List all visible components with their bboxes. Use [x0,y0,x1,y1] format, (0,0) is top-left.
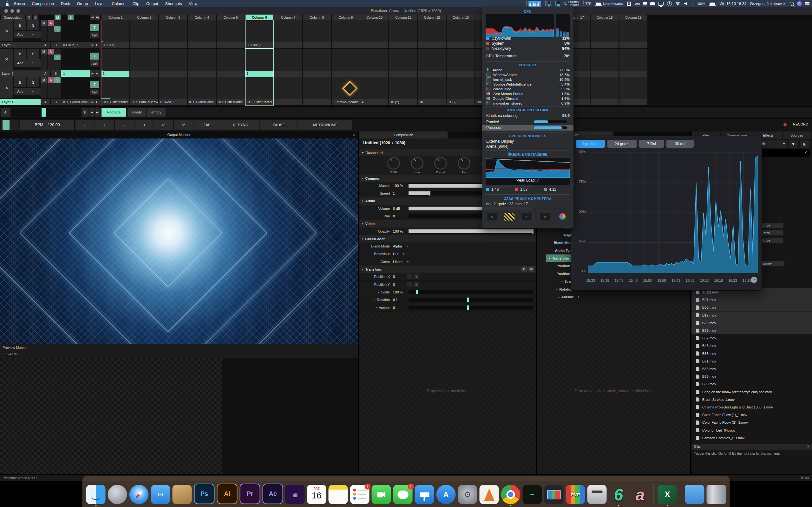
dock-mail-icon[interactable]: ✉ [151,485,170,504]
param-position-x[interactable]: Position X0–+ [359,273,536,281]
bpm-button-pause[interactable]: PAUSE [260,120,298,130]
clip-cell[interactable]: 10 [418,77,446,105]
dock-printer-icon[interactable] [588,485,607,504]
menu-view[interactable]: View [189,2,197,6]
layer-crossfade-b-label[interactable]: B [51,99,61,105]
layer-trigger-button[interactable]: T [90,53,99,60]
clip-cell[interactable]: 03 Blue_1 [246,20,273,48]
layer-clear-button[interactable]: ✕ [0,20,13,41]
param-slider[interactable] [409,298,533,302]
clip-name-label[interactable]: 03 Blue_1 [101,42,130,48]
deck-solo-button[interactable]: S [67,14,73,20]
layer-active-clip-label[interactable]: 011_GlitterParticl... [61,99,91,105]
dashboard-knob-hue[interactable]: Hue [410,157,424,175]
layer-blendmode-dropdown[interactable]: Add▾ [14,31,43,38]
composition-drop-zone[interactable] [359,312,536,474]
dock-excel-icon[interactable]: X [658,485,677,504]
file-item[interactable]: B29.mov [692,327,812,334]
dashboard-knob-distort[interactable]: Distort [434,157,448,175]
expander-icon[interactable]: ▸ [378,291,379,294]
dock-pvp-icon[interactable]: PVP [566,485,585,504]
layer-trigger-button[interactable]: T [90,24,99,31]
bpm-button-resync[interactable]: RESYNC [221,120,259,130]
increment-button[interactable]: + [414,274,419,279]
layer-crossfade-b-label[interactable]: B [51,70,61,77]
menu-shortcuts[interactable]: Shortcuts [165,2,182,6]
deck-prev-button[interactable]: |◀ [90,14,95,20]
section-crossfader[interactable]: ▾CrossFader [359,235,536,242]
close-icon[interactable]: ✕ [353,133,356,137]
layer-clear-button[interactable]: ✕ [0,49,13,70]
clip-cell[interactable]: 03 Blue_1 [101,20,130,48]
battery-widget[interactable]: Naładowana [595,2,623,6]
column-header-1[interactable]: Column 1 [101,14,130,20]
layer-next-button[interactable]: ▶| [95,99,100,105]
slider-handle[interactable] [467,305,469,310]
file-item[interactable]: B89.mov [692,380,812,388]
we-app-icon[interactable]: we [635,1,640,6]
layer-active-clip-label[interactable]: 03 Blue_1 [61,42,91,48]
istat-logo-icon[interactable] [557,213,567,220]
dock-trash-icon[interactable] [707,485,726,504]
menu-output[interactable]: Output [146,2,158,6]
timemachine-icon[interactable] [667,1,672,6]
clip-cell[interactable]: 1 [246,49,273,77]
expander-icon[interactable]: ▸ [374,298,375,301]
view-mode-button[interactable]: ⊞ [800,140,809,148]
layer-prev-button[interactable]: |◀ [90,99,95,105]
bpm-button-tap[interactable]: TAP [194,120,221,130]
dock-launchpad-icon[interactable] [108,485,127,504]
dashboard-knob-flip[interactable]: Flip [457,157,471,175]
layer-next-button[interactable]: ▶| [95,42,100,48]
clip-thumbnail[interactable] [246,77,273,99]
clip-thumbnail[interactable] [246,20,273,42]
menu-clip[interactable]: Clip [133,2,140,6]
dock-scope-app-icon[interactable]: ~ [523,485,542,504]
layer-a-fader[interactable]: A [48,49,54,70]
clip-thumbnail[interactable] [101,49,130,70]
clip-thumbnail[interactable] [360,77,388,99]
bpm-button-[interactable]: |+ [135,120,154,130]
layer-name-label[interactable]: Layer 2 [0,70,41,77]
clip-name-label[interactable]: 4 [360,99,388,105]
dock-vlc-icon[interactable] [479,485,499,504]
clip-thumbnail[interactable] [591,77,618,99]
clip-cell[interactable]: 01 Red_1 [159,77,187,105]
display-menu-icon[interactable] [658,2,664,6]
file-item[interactable]: B86.mov [692,365,812,373]
deck-tab-empty-2[interactable]: empty [147,108,165,117]
bpm-button-[interactable]: - [75,120,95,130]
tab-composition[interactable]: Composition [359,131,448,138]
istat-history-window[interactable]: 1 godzina24 godz.7 Dni30 dni 100%75%50%2… [571,135,762,291]
param-anchor[interactable]: ▸Anchor0 [359,304,536,312]
file-item[interactable]: B25.mov [692,319,812,327]
file-item[interactable]: B71.mov [692,357,812,365]
layer-bypass-button[interactable]: B [14,49,26,59]
layer-active-clip-thumbnail[interactable] [61,77,89,98]
layer-solo-button[interactable]: S [27,49,39,59]
layer-v-fader[interactable]: V [54,20,61,41]
notification-center-icon[interactable] [805,2,809,5]
clip-name-label[interactable]: 1 [101,71,130,77]
clip-name-label[interactable]: 01 Red_1 [159,99,187,105]
slider-handle[interactable] [532,229,534,233]
column-header-4[interactable]: Column 4 [188,14,216,20]
crossfader-a-button[interactable]: A [1,108,10,117]
dock-reminders-icon[interactable]: 1 [350,485,369,504]
fast-user-switch[interactable]: Grzegorz Jakubowski [750,2,786,6]
dock-keynote-icon[interactable] [415,485,434,504]
layer-active-clip-label[interactable]: 1 [61,70,91,77]
dock-chrome-icon[interactable] [501,485,520,504]
clip-cell[interactable]: 4 [360,77,388,105]
deck-next-button[interactable]: ▶| [95,14,100,20]
layer-blendmode-dropdown[interactable]: Add▾ [14,59,43,67]
clip-cell[interactable]: 1_arrows_headla... [332,77,360,105]
composition-header-button[interactable]: Composition [1,14,25,20]
layer-name-label[interactable]: Layer 1 [0,99,41,105]
layer-crossfade-a-label[interactable]: A [41,99,50,105]
layer-name-label[interactable]: Layer 3 [0,42,41,48]
layer-v-fader[interactable]: V [54,77,61,98]
dock-photoshop-icon[interactable]: Ps [194,484,215,504]
decrement-button[interactable]: – [407,274,412,279]
clip-thumbnail[interactable] [217,77,245,99]
